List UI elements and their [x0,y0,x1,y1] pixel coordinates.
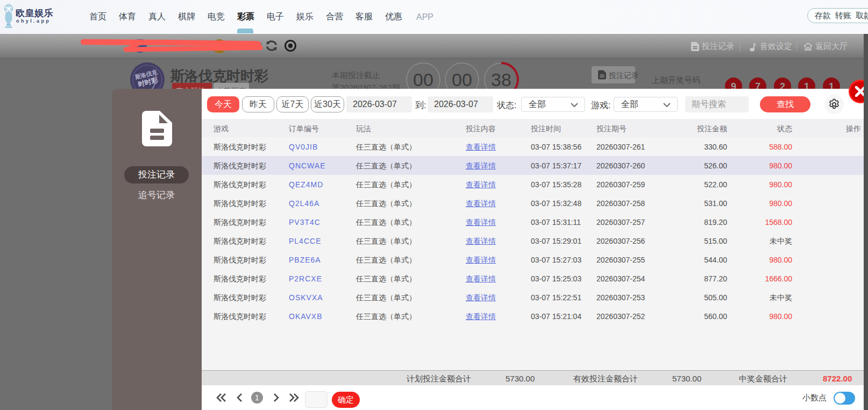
svg-text:00: 00 [413,69,433,90]
svg-text:00: 00 [452,69,472,90]
svg-text:38: 38 [491,69,511,90]
